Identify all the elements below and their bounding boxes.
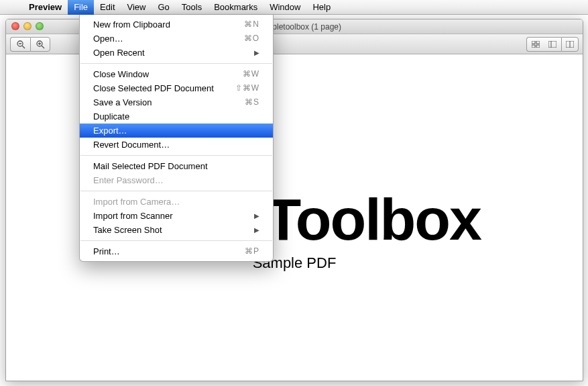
zoom-button[interactable] [36, 22, 44, 30]
svg-line-1 [22, 46, 25, 48]
menu-item-label: Duplicate [93, 111, 129, 122]
zoom-out-icon [16, 40, 25, 49]
view-mode-1-button[interactable] [526, 37, 544, 52]
menu-item-label: Enter Password… [93, 175, 164, 186]
menu-item-label: Save a Version [93, 97, 152, 108]
menubar-edit[interactable]: Edit [94, 0, 121, 15]
menu-item-shortcut: ⇧⌘W [235, 83, 259, 94]
menu-item-label: Open Recent [93, 47, 145, 58]
zoom-group [10, 37, 50, 52]
file-menu-dropdown: New from Clipboard ⌘N Open… ⌘O Open Rece… [79, 15, 274, 262]
menu-import-from-camera: Import from Camera… [80, 195, 273, 209]
view-mode-2-button[interactable] [544, 37, 561, 52]
menu-new-from-clipboard[interactable]: New from Clipboard ⌘N [80, 17, 273, 32]
zoom-out-button[interactable] [10, 37, 30, 52]
submenu-arrow-icon: ▶ [254, 210, 259, 222]
menu-separator [80, 191, 272, 191]
svg-rect-11 [548, 41, 556, 48]
menu-enter-password: Enter Password… [80, 173, 273, 187]
menu-export[interactable]: Export… [80, 124, 273, 138]
window-title: appletoolbox (1 page) [263, 22, 341, 32]
menubar-help[interactable]: Help [306, 0, 337, 15]
system-menubar: Preview File Edit View Go Tools Bookmark… [0, 0, 588, 15]
submenu-arrow-icon: ▶ [254, 47, 259, 58]
menu-item-label: Revert Document… [93, 139, 170, 150]
svg-line-4 [42, 46, 44, 48]
menu-item-shortcut: ⌘O [244, 33, 259, 44]
menu-open[interactable]: Open… ⌘O [80, 32, 273, 46]
menu-item-shortcut: ⌘P [245, 246, 259, 257]
menu-item-shortcut: ⌘N [244, 19, 259, 30]
menubar-file[interactable]: File [68, 0, 94, 15]
svg-rect-9 [532, 45, 535, 48]
content-only-icon [566, 41, 574, 48]
menu-close-selected-pdf[interactable]: Close Selected PDF Document ⇧⌘W [80, 81, 273, 95]
menu-item-label: New from Clipboard [93, 19, 170, 30]
zoom-in-button[interactable] [30, 37, 50, 52]
menubar-app-name[interactable]: Preview [23, 0, 68, 15]
menu-revert-document[interactable]: Revert Document… [80, 138, 273, 152]
view-mode-group [526, 37, 579, 52]
menubar-bookmarks[interactable]: Bookmarks [208, 0, 263, 15]
menu-item-label: Print… [93, 246, 120, 257]
menu-item-label: Close Window [93, 68, 149, 80]
menu-separator [80, 155, 272, 156]
menu-item-label: Import from Scanner [93, 210, 173, 222]
zoom-in-icon [36, 40, 45, 49]
menubar-tools[interactable]: Tools [176, 0, 208, 15]
menu-print[interactable]: Print… ⌘P [80, 244, 273, 258]
submenu-arrow-icon: ▶ [254, 224, 259, 236]
menu-take-screen-shot[interactable]: Take Screen Shot ▶ [80, 223, 273, 237]
menubar-go[interactable]: Go [152, 0, 175, 15]
menu-separator [80, 63, 272, 64]
menu-item-label: Take Screen Shot [93, 224, 162, 236]
menu-close-window[interactable]: Close Window ⌘W [80, 67, 273, 81]
menu-item-label: Close Selected PDF Document [93, 83, 214, 94]
svg-rect-10 [536, 45, 540, 48]
menu-import-from-scanner[interactable]: Import from Scanner ▶ [80, 209, 273, 223]
menu-item-label: Import from Camera… [93, 196, 180, 207]
menubar-window[interactable]: Window [263, 0, 306, 15]
svg-rect-8 [536, 41, 540, 44]
thumbnails-icon [532, 41, 540, 48]
svg-rect-7 [532, 41, 535, 44]
minimize-button[interactable] [23, 22, 32, 30]
view-mode-3-button[interactable] [561, 37, 579, 52]
menu-item-label: Mail Selected PDF Document [93, 160, 208, 172]
menu-item-shortcut: ⌘S [245, 97, 259, 108]
menu-save-version[interactable]: Save a Version ⌘S [80, 95, 273, 109]
menu-item-shortcut: ⌘W [243, 68, 259, 80]
menu-separator [80, 240, 272, 241]
menu-open-recent[interactable]: Open Recent ▶ [80, 46, 273, 60]
menubar-view[interactable]: View [121, 0, 152, 15]
close-button[interactable] [11, 22, 19, 30]
menu-item-label: Open… [93, 33, 123, 44]
sidebar-icon [548, 41, 556, 48]
menu-item-label: Export… [93, 125, 127, 136]
menu-duplicate[interactable]: Duplicate [80, 109, 273, 124]
menu-mail-selected-pdf[interactable]: Mail Selected PDF Document [80, 159, 273, 173]
traffic-lights [11, 22, 44, 30]
